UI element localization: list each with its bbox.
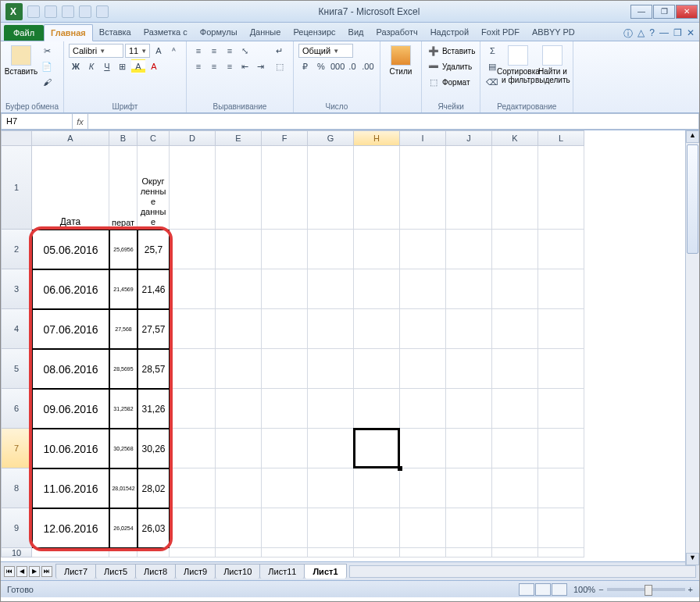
underline-button[interactable]: Ч: [100, 59, 114, 73]
cell-J8[interactable]: [446, 468, 492, 508]
qat-save-icon[interactable]: [27, 5, 40, 18]
name-box[interactable]: H7: [1, 113, 73, 130]
cell-G4[interactable]: [308, 309, 354, 349]
merge-icon[interactable]: ⬚: [271, 59, 288, 73]
cell-L1[interactable]: [538, 146, 584, 230]
ribbon-tab-разработч[interactable]: Разработч: [370, 24, 423, 41]
ribbon-tab-рецензирс[interactable]: Рецензирс: [287, 24, 341, 41]
row-header-2[interactable]: 2: [1, 230, 32, 269]
cell-G10[interactable]: [308, 548, 354, 557]
delete-cells-icon[interactable]: ➖: [427, 59, 441, 73]
cell-J5[interactable]: [446, 349, 492, 389]
cell-I8[interactable]: [400, 468, 446, 508]
qat-undo-icon[interactable]: [45, 5, 57, 18]
cell-D2[interactable]: [170, 230, 216, 269]
col-header-L[interactable]: L: [538, 130, 584, 146]
col-header-G[interactable]: G: [308, 130, 354, 146]
cell-D6[interactable]: [170, 389, 216, 429]
cell-G6[interactable]: [308, 389, 354, 429]
cell-G9[interactable]: [308, 508, 354, 548]
cell-B3[interactable]: 21,4569: [109, 269, 138, 309]
cell-F4[interactable]: [262, 309, 308, 349]
fx-icon[interactable]: fx: [73, 113, 88, 130]
sheet-nav-next-icon[interactable]: ▶: [29, 566, 40, 577]
cell-B2[interactable]: 25,6956: [109, 230, 138, 269]
styles-button[interactable]: Стили: [385, 44, 416, 91]
scroll-up-icon[interactable]: ▲: [686, 130, 699, 143]
indent-inc-icon[interactable]: ⇥: [254, 59, 268, 73]
copy-icon[interactable]: 📄: [40, 59, 54, 73]
cell-A1[interactable]: Дата: [32, 146, 109, 230]
cell-G1[interactable]: [308, 146, 354, 230]
align-center-icon[interactable]: ≡: [207, 59, 221, 73]
scroll-thumb[interactable]: [687, 144, 698, 254]
cell-G2[interactable]: [308, 230, 354, 269]
align-mid-icon[interactable]: ≡: [207, 44, 221, 58]
cell-I4[interactable]: [400, 309, 446, 349]
ribbon-tab-надстрой[interactable]: Надстрой: [424, 24, 475, 41]
cell-F8[interactable]: [262, 468, 308, 508]
cell-K7[interactable]: [492, 429, 538, 468]
currency-icon[interactable]: ₽: [298, 59, 312, 73]
cell-J4[interactable]: [446, 309, 492, 349]
cut-icon[interactable]: ✂: [40, 44, 54, 58]
cell-A2[interactable]: 05.06.2016: [32, 230, 109, 269]
col-header-C[interactable]: C: [138, 130, 170, 146]
cell-B10[interactable]: [109, 548, 138, 557]
minimize-button[interactable]: —: [630, 5, 652, 19]
close-button[interactable]: ✕: [676, 5, 698, 19]
cell-C2[interactable]: 25,7: [138, 230, 170, 269]
cell-C4[interactable]: 27,57: [138, 309, 170, 349]
indent-dec-icon[interactable]: ⇤: [238, 59, 252, 73]
cell-L7[interactable]: [538, 429, 584, 468]
cell-B8[interactable]: 28,01542: [109, 468, 138, 508]
sheet-tab-Лист10[interactable]: Лист10: [215, 564, 260, 579]
cell-C7[interactable]: 30,26: [138, 429, 170, 468]
zoom-out-icon[interactable]: −: [598, 585, 603, 594]
sheet-tab-Лист7[interactable]: Лист7: [55, 564, 96, 579]
cell-L2[interactable]: [538, 230, 584, 269]
cell-K2[interactable]: [492, 230, 538, 269]
cell-C6[interactable]: 31,26: [138, 389, 170, 429]
col-header-H[interactable]: H: [354, 130, 400, 146]
cell-B9[interactable]: 26,0254: [109, 508, 138, 548]
cell-L3[interactable]: [538, 269, 584, 309]
scroll-down-icon[interactable]: ▼: [686, 553, 699, 565]
row-header-8[interactable]: 8: [1, 468, 32, 508]
cell-D3[interactable]: [170, 269, 216, 309]
cell-C8[interactable]: 28,02: [138, 468, 170, 508]
cell-B4[interactable]: 27,568: [109, 309, 138, 349]
font-size-combo[interactable]: 11▼: [125, 44, 150, 58]
cell-F9[interactable]: [262, 508, 308, 548]
grow-font-icon[interactable]: A: [152, 44, 166, 58]
percent-icon[interactable]: %: [314, 59, 328, 73]
view-normal-icon[interactable]: [519, 583, 534, 596]
select-all-corner[interactable]: [1, 130, 32, 146]
sheet-nav-last-icon[interactable]: ⏭: [41, 566, 52, 577]
cell-D9[interactable]: [170, 508, 216, 548]
align-right-icon[interactable]: ≡: [223, 59, 237, 73]
cell-L8[interactable]: [538, 468, 584, 508]
cell-F7[interactable]: [262, 429, 308, 468]
row-header-7[interactable]: 7: [1, 429, 32, 468]
cell-H10[interactable]: [354, 548, 400, 557]
sort-filter-button[interactable]: Сортировка и фильтр: [502, 44, 534, 91]
cell-K1[interactable]: [492, 146, 538, 230]
zoom-in-icon[interactable]: +: [688, 585, 693, 594]
fill-handle[interactable]: [398, 466, 402, 471]
cell-H5[interactable]: [354, 349, 400, 389]
paste-button[interactable]: Вставить: [5, 44, 37, 91]
vertical-scrollbar[interactable]: ▲ ▼: [685, 130, 699, 565]
row-header-10[interactable]: 10: [1, 548, 32, 557]
cell-E1[interactable]: [216, 146, 262, 230]
col-header-I[interactable]: I: [400, 130, 446, 146]
cell-K6[interactable]: [492, 389, 538, 429]
inc-decimal-icon[interactable]: .0: [345, 59, 359, 73]
cell-A6[interactable]: 09.06.2016: [32, 389, 109, 429]
cell-D1[interactable]: [170, 146, 216, 230]
doc-close-icon[interactable]: ✕: [687, 27, 695, 41]
file-tab[interactable]: Файл: [4, 25, 44, 41]
cell-I7[interactable]: [400, 429, 446, 468]
cell-D4[interactable]: [170, 309, 216, 349]
cell-E5[interactable]: [216, 349, 262, 389]
